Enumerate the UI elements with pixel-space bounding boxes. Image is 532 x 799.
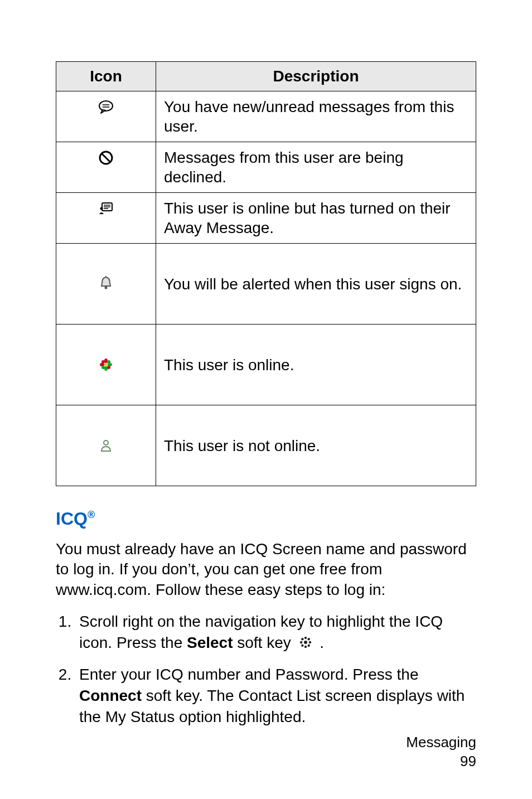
icon-cell <box>56 405 156 486</box>
icon-cell <box>56 91 156 142</box>
svg-point-25 <box>299 641 302 643</box>
icon-description-table: Icon Description You have new/unread mes… <box>56 61 476 486</box>
table-row: This user is online. <box>56 325 476 405</box>
online-flower-icon <box>98 358 114 371</box>
svg-point-14 <box>104 366 108 371</box>
speech-bubble-icon <box>98 100 114 114</box>
svg-point-23 <box>304 636 306 638</box>
svg-point-20 <box>107 366 110 369</box>
description-cell: You have new/unread messages from this u… <box>156 91 476 142</box>
page: Icon Description You have new/unread mes… <box>0 0 532 799</box>
step-bold: Select <box>187 634 233 651</box>
svg-point-29 <box>301 644 303 646</box>
table-row: You will be alerted when this user signs… <box>56 244 476 325</box>
intro-paragraph: You must already have an ICQ Screen name… <box>56 539 476 600</box>
svg-point-30 <box>307 644 309 646</box>
svg-point-19 <box>101 366 105 369</box>
step-bold: Connect <box>79 687 142 704</box>
svg-point-18 <box>107 360 110 364</box>
svg-point-16 <box>108 363 112 366</box>
svg-point-22 <box>304 641 307 644</box>
description-cell: This user is not online. <box>156 405 476 486</box>
svg-point-9 <box>100 207 103 210</box>
svg-point-26 <box>308 641 311 643</box>
offline-user-icon <box>100 439 112 452</box>
step-text: Enter your ICQ number and Password. Pres… <box>79 666 419 683</box>
svg-point-10 <box>105 287 108 289</box>
svg-point-28 <box>307 638 309 640</box>
icon-cell <box>56 142 156 193</box>
icon-cell <box>56 325 156 405</box>
icon-cell <box>56 193 156 244</box>
table-header-description: Description <box>156 62 476 91</box>
declined-icon <box>98 150 114 166</box>
table-row: This user is not online. <box>56 405 476 486</box>
svg-point-15 <box>100 363 104 366</box>
icq-flower-softkey-icon <box>299 633 312 655</box>
step-text: . <box>320 634 324 651</box>
alert-bell-icon <box>99 275 113 290</box>
table-row: Messages from this user are being declin… <box>56 142 476 193</box>
table-header-icon: Icon <box>56 62 156 91</box>
section-heading-text: ICQ <box>56 509 88 529</box>
steps-list: Scroll right on the navigation key to hi… <box>56 611 476 728</box>
table-row: You have new/unread messages from this u… <box>56 91 476 142</box>
section-heading-icq: ICQ® <box>56 509 476 529</box>
step-item: Scroll right on the navigation key to hi… <box>76 611 476 654</box>
description-cell: This user is online. <box>156 325 476 405</box>
svg-point-12 <box>104 363 108 366</box>
away-message-icon <box>98 201 114 216</box>
svg-point-27 <box>301 638 303 640</box>
svg-point-13 <box>104 359 108 363</box>
description-cell: You will be alerted when this user signs… <box>156 244 476 325</box>
svg-point-24 <box>304 645 306 647</box>
svg-point-0 <box>99 101 113 111</box>
page-footer: Messaging 99 <box>406 733 476 771</box>
footer-page-number: 99 <box>406 752 476 771</box>
section-heading-sup: ® <box>88 509 95 520</box>
description-cell: Messages from this user are being declin… <box>156 142 476 193</box>
footer-section-name: Messaging <box>406 733 476 752</box>
icon-cell <box>56 244 156 325</box>
step-item: Enter your ICQ number and Password. Pres… <box>76 664 476 727</box>
description-cell: This user is online but has turned on th… <box>156 193 476 244</box>
table-header-row: Icon Description <box>56 62 476 91</box>
step-text: soft key <box>233 634 295 651</box>
svg-line-4 <box>101 153 110 162</box>
svg-point-21 <box>104 440 108 445</box>
svg-point-17 <box>101 360 105 364</box>
table-row: This user is online but has turned on th… <box>56 193 476 244</box>
